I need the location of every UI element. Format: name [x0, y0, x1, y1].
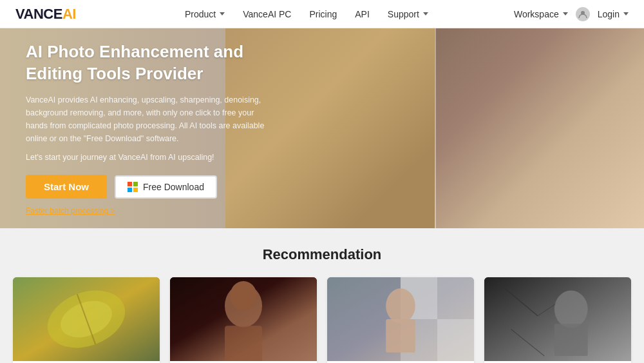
hero-tagline: Let's start your journey at VanceAI from… [26, 153, 277, 162]
svg-rect-21 [554, 324, 588, 356]
chevron-down-icon [563, 12, 568, 15]
card-image-ai-enhancer [13, 277, 160, 361]
login-button[interactable]: Login [598, 9, 629, 19]
chevron-down-icon [623, 12, 629, 15]
nav-product[interactable]: Product [185, 9, 225, 19]
card-image-ai-upscale [170, 277, 317, 361]
recommendation-section: Recommendation [0, 228, 644, 363]
workspace-button[interactable]: Workspace [514, 9, 568, 19]
image-divider [435, 28, 436, 228]
hero-content: AI Photo Enhancement and Editing Tools P… [0, 28, 303, 228]
rec-card-bg-remover[interactable]: AI Background Remover Get transparent im… [327, 277, 474, 363]
svg-point-20 [554, 290, 588, 328]
hero-title: AI Photo Enhancement and Editing Tools P… [26, 41, 277, 85]
nav-support[interactable]: Support [388, 9, 428, 19]
navbar-right: Workspace Login [514, 7, 629, 21]
nav-vanceai-pc[interactable]: VanceAI PC [243, 9, 291, 19]
card-image-old-photo [484, 277, 631, 361]
rec-card-old-photo[interactable]: AI Old Photo Repair & Colorize Auto colo… [484, 277, 631, 363]
hero-buttons: Start Now Free Download [26, 175, 277, 199]
svg-rect-13 [437, 319, 474, 361]
logo[interactable]: VANCEAI [15, 6, 76, 23]
hero-section: AI Photo Enhancement and Editing Tools P… [0, 28, 644, 228]
logo-vance: VANCE [15, 6, 62, 23]
free-download-button[interactable]: Free Download [115, 175, 217, 199]
user-icon [576, 7, 590, 21]
windows-icon [128, 182, 138, 192]
recommendation-title: Recommendation [13, 246, 631, 263]
hero-description: VanceAI provides AI enhancing, upscaling… [26, 93, 277, 145]
svg-point-14 [386, 288, 415, 323]
main-nav: Product VanceAI PC Pricing API Support [99, 9, 514, 19]
rec-card-ai-upscale[interactable]: AI Upscale Image to 4K Upscale images to… [170, 277, 317, 363]
card-image-bg-remover [327, 277, 474, 361]
nav-pricing[interactable]: Pricing [309, 9, 337, 19]
chevron-down-icon [423, 12, 428, 15]
batch-processing-link[interactable]: Faster batch processing > [26, 206, 277, 215]
chevron-down-icon [220, 12, 225, 15]
logo-ai: AI [62, 6, 76, 23]
start-now-button[interactable]: Start Now [26, 175, 107, 199]
hero-image-right [435, 28, 644, 228]
svg-rect-15 [386, 319, 415, 353]
recommendation-grid: AI Image Enhancer One-click solution to … [13, 277, 631, 363]
svg-rect-9 [170, 277, 317, 361]
rec-card-ai-image-enhancer[interactable]: AI Image Enhancer One-click solution to … [13, 277, 160, 363]
navbar: VANCEAI Product VanceAI PC Pricing API S… [0, 0, 644, 28]
nav-api[interactable]: API [355, 9, 370, 19]
